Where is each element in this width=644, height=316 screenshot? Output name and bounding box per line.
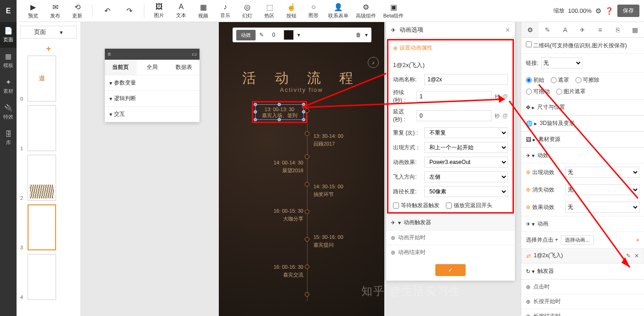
layer-panel: ≡▭ 当前页 全局 数据表 ▾ 参数变量 ▾ 逻辑判断 ▾ 交互: [105, 49, 199, 122]
add-anim-button[interactable]: +: [636, 237, 639, 243]
zoom-value[interactable]: 100.00%: [568, 7, 592, 14]
trigger-longpress-end[interactable]: ⊕ 长按结束时: [521, 309, 644, 316]
sidebar-template[interactable]: ▦模板: [0, 48, 17, 73]
sidebar-library[interactable]: 🗄库: [0, 125, 17, 151]
ok-button[interactable]: ✓: [435, 264, 466, 276]
contact-button[interactable]: 👤联系表单: [325, 0, 352, 22]
save-button[interactable]: 保存: [617, 5, 639, 17]
rp-tab-align[interactable]: ≡: [592, 22, 609, 37]
sec-3d[interactable]: 🌐 ▸ 3D旋转及变形: [521, 115, 644, 131]
tab-global[interactable]: 全局: [137, 60, 168, 75]
thumb-0[interactable]: 邀: [28, 56, 56, 102]
effect-select[interactable]: Power3.easeOut: [424, 157, 508, 168]
image-button[interactable]: 🖼图片: [148, 0, 170, 22]
wait-trigger-check[interactable]: 等待触发器触发: [393, 202, 439, 209]
radio-drag[interactable]: 可拖动: [526, 88, 550, 96]
repeat-select[interactable]: 不重复: [424, 127, 508, 138]
radio-imgmask[interactable]: 图片遮罩: [556, 88, 586, 96]
chevron-down-icon[interactable]: ▾: [365, 32, 368, 38]
menu-icon[interactable]: ≡: [108, 51, 111, 57]
slide-button[interactable]: ◎幻灯: [236, 0, 258, 22]
hotspot-button[interactable]: ⬚热区: [258, 0, 280, 22]
appear-select[interactable]: 无: [565, 167, 639, 178]
send-icon: ✈: [391, 220, 395, 226]
sec-effect[interactable]: ✈ ▾ 动效: [521, 147, 644, 164]
rp-tab-settings[interactable]: ⚙: [521, 22, 539, 37]
chevron-down-icon[interactable]: ▾: [297, 32, 300, 38]
effect-btn[interactable]: 动效: [236, 30, 256, 40]
advanced-button[interactable]: ⚙高级组件: [352, 0, 380, 22]
right-panel: ⚙ ✎ A ✈ ≡ ⎘ ▦ 二维码(可支持微信识别,图片长按保存) 链接:无 初…: [521, 22, 644, 316]
qr-check[interactable]: 二维码(可支持微信识别,图片长按保存): [526, 41, 627, 50]
anim-name-input[interactable]: [424, 74, 508, 85]
sec-interact[interactable]: ▾ 交互: [105, 107, 199, 122]
pencil-icon[interactable]: ✎: [259, 32, 264, 38]
video-button[interactable]: ▦视频: [192, 0, 214, 22]
update-button[interactable]: ⟲更新: [66, 0, 88, 22]
anim-picker[interactable]: 选择动画...: [561, 235, 593, 245]
sec-param[interactable]: ▾ 参数变量: [105, 75, 199, 91]
direction-select[interactable]: 左侧: [424, 171, 508, 182]
duration-input[interactable]: [416, 91, 492, 102]
thumb-1[interactable]: [28, 105, 56, 151]
music-button[interactable]: ♪音乐: [214, 0, 236, 22]
trigger-click[interactable]: ⊕ 点击时: [521, 279, 644, 294]
appear-select[interactable]: 和上一个一起开始: [424, 142, 508, 153]
help-icon[interactable]: ❓: [605, 7, 614, 15]
thumb-4[interactable]: [28, 254, 56, 300]
sidebar-effect[interactable]: 🔌特效: [0, 99, 17, 125]
thumb-3[interactable]: [28, 204, 56, 250]
anim-end[interactable]: ⊕ 动画结束时: [386, 245, 515, 260]
sec-logic[interactable]: ▾ 逻辑判断: [105, 91, 199, 107]
return-start-check[interactable]: 循放完返回开头: [446, 202, 492, 209]
thumb-2[interactable]: [28, 155, 56, 201]
edit-icon[interactable]: ✎: [626, 253, 631, 259]
minimize-icon[interactable]: ▭: [192, 51, 197, 57]
at-button[interactable]: @: [502, 93, 508, 100]
sec-resource[interactable]: 🖼 ▸ 素材资源: [521, 131, 644, 147]
sec-trigger[interactable]: ↻ ▾ 触发器: [521, 263, 644, 279]
trigger-longpress[interactable]: ⊕ 长按开始时: [521, 294, 644, 309]
anim-list-item[interactable]: ⇄ 1@2x(飞入) ✎✕: [521, 248, 644, 263]
path-select[interactable]: 50像素: [424, 186, 508, 197]
radio-erase[interactable]: 可擦除: [576, 76, 599, 84]
rp-tab-edit[interactable]: ✎: [539, 22, 556, 37]
trash-icon[interactable]: 🗑: [356, 32, 361, 38]
rp-tab-send[interactable]: ✈: [574, 22, 591, 37]
add-page-button[interactable]: +: [20, 42, 77, 56]
close-icon[interactable]: ✕: [505, 27, 510, 34]
at-button[interactable]: @: [502, 113, 508, 119]
sidebar-material[interactable]: ✦素材: [0, 73, 17, 99]
undo-button[interactable]: ↶: [96, 0, 118, 22]
radio-mask[interactable]: 遮罩: [551, 76, 569, 84]
rp-tab-text[interactable]: A: [556, 22, 574, 37]
loop-select[interactable]: 无: [565, 202, 639, 213]
zoom-label: 缩放: [553, 7, 564, 15]
shape-button[interactable]: ○图形: [302, 0, 325, 22]
beta-button[interactable]: ▣Beta组件: [380, 0, 407, 22]
radio-initial[interactable]: 初始: [526, 76, 544, 84]
text-button[interactable]: A文本: [170, 0, 192, 22]
rp-tab-copy[interactable]: ⎘: [609, 22, 627, 37]
page-selector[interactable]: 页面▾: [20, 26, 77, 39]
close-icon[interactable]: ✕: [634, 253, 639, 259]
trigger-section[interactable]: ✈▾ 动画触发器: [386, 214, 515, 230]
sidebar-page[interactable]: 📄页面: [0, 22, 17, 48]
preview-button[interactable]: ▶预览: [22, 0, 44, 22]
anim-start[interactable]: ⊕ 动画开始时: [386, 230, 515, 245]
settings-icon[interactable]: ⚙: [595, 7, 601, 15]
tab-data[interactable]: 数据表: [168, 60, 199, 75]
button-button[interactable]: ☝按钮: [280, 0, 302, 22]
redo-button[interactable]: ↷: [118, 0, 140, 22]
rp-tab-grid[interactable]: ▦: [627, 22, 644, 37]
link-select[interactable]: 无: [541, 57, 582, 68]
selection-box[interactable]: 13: 00-13: 30嘉宾入场、签到: [255, 104, 304, 120]
sec-sizepos[interactable]: ✥ ▸ 尺寸与位置: [521, 99, 644, 115]
disappear-select[interactable]: 无: [565, 184, 639, 195]
sec-anim[interactable]: ✈ ▾ 动画: [521, 216, 644, 232]
tab-current[interactable]: 当前页: [105, 60, 137, 75]
color-swatch[interactable]: [284, 30, 294, 40]
delay-input[interactable]: [416, 110, 492, 121]
publish-button[interactable]: ✉发布: [44, 0, 66, 22]
music-icon[interactable]: ♪: [368, 57, 379, 68]
